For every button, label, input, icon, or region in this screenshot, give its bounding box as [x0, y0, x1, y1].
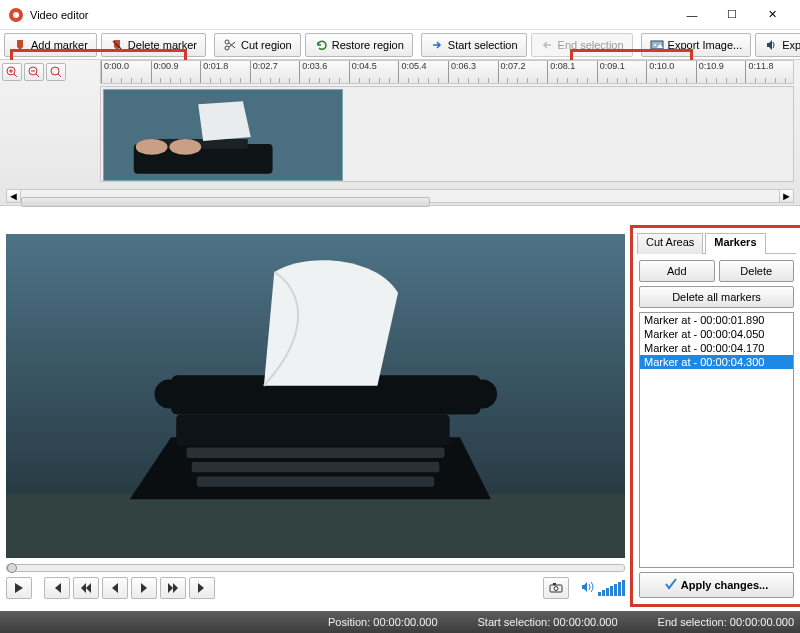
- tab-markers[interactable]: Markers: [705, 233, 765, 254]
- status-position-value: 00:00:00.000: [373, 616, 437, 628]
- timeline-scrollbar[interactable]: ◄ ►: [6, 189, 794, 203]
- side-panel: Cut Areas Markers Add Delete Delete all …: [632, 228, 800, 604]
- toolbar: Add marker Delete marker Cut region Rest…: [0, 30, 800, 60]
- status-end-value: 00:00:00.000: [730, 616, 794, 628]
- export-image-icon: [650, 38, 664, 52]
- marker-delete-button[interactable]: Delete: [719, 260, 795, 282]
- minimize-button[interactable]: —: [672, 1, 712, 29]
- timeline-track[interactable]: [100, 86, 794, 182]
- marker-add-icon: [13, 38, 27, 52]
- preview-video[interactable]: [6, 234, 625, 558]
- titlebar: Video editor — ☐ ✕: [0, 0, 800, 30]
- app-icon: [8, 7, 24, 23]
- marker-item[interactable]: Marker at - 00:00:04.300: [640, 355, 793, 369]
- ruler-tick: 0:09.1: [597, 61, 625, 83]
- ruler-tick: 0:04.5: [349, 61, 377, 83]
- svg-point-9: [51, 67, 59, 75]
- marker-add-button[interactable]: Add: [639, 260, 715, 282]
- arrow-left-icon: [540, 38, 554, 52]
- svg-point-1: [13, 12, 19, 18]
- close-button[interactable]: ✕: [752, 1, 792, 29]
- first-frame-button[interactable]: [44, 577, 70, 599]
- export-audio-button[interactable]: Export Audio...: [755, 33, 800, 57]
- ruler-tick: 0:10.9: [696, 61, 724, 83]
- zoom-out-button[interactable]: [24, 63, 44, 81]
- svg-rect-18: [187, 448, 445, 458]
- export-audio-icon: [764, 38, 778, 52]
- undo-icon: [314, 38, 328, 52]
- scroll-right-button[interactable]: ►: [779, 190, 793, 202]
- scroll-thumb[interactable]: [21, 197, 430, 207]
- status-start-value: 00:00:00.000: [553, 616, 617, 628]
- marker-item[interactable]: Marker at - 00:00:04.050: [640, 327, 793, 341]
- play-button[interactable]: [6, 577, 32, 599]
- svg-point-3: [225, 40, 229, 44]
- svg-rect-17: [176, 415, 449, 446]
- start-selection-button[interactable]: Start selection: [421, 33, 527, 57]
- restore-region-button[interactable]: Restore region: [305, 33, 413, 57]
- maximize-button[interactable]: ☐: [712, 1, 752, 29]
- zoom-in-button[interactable]: [2, 63, 22, 81]
- ruler-tick: 0:11.8: [745, 61, 773, 83]
- marker-item[interactable]: Marker at - 00:00:01.890: [640, 313, 793, 327]
- marker-delete-icon: [110, 38, 124, 52]
- ruler-tick: 0:10.0: [646, 61, 674, 83]
- fast-forward-button[interactable]: [160, 577, 186, 599]
- ruler-tick: 0:02.7: [250, 61, 278, 83]
- svg-point-13: [136, 139, 168, 155]
- marker-item[interactable]: Marker at - 00:00:04.170: [640, 341, 793, 355]
- step-forward-button[interactable]: [131, 577, 157, 599]
- timeline-ruler[interactable]: 0:00.00:00.90:01.80:02.70:03.60:04.50:05…: [100, 60, 794, 84]
- ruler-tick: 0:06.3: [448, 61, 476, 83]
- scroll-left-button[interactable]: ◄: [7, 190, 21, 202]
- svg-point-25: [554, 587, 558, 591]
- svg-point-22: [155, 379, 184, 408]
- last-frame-button[interactable]: [189, 577, 215, 599]
- ruler-tick: 0:05.4: [398, 61, 426, 83]
- ruler-tick: 0:01.8: [200, 61, 228, 83]
- status-bar: Position: 00:00:00.000 Start selection: …: [0, 611, 800, 633]
- svg-rect-19: [192, 462, 440, 472]
- seek-knob[interactable]: [7, 563, 17, 573]
- rewind-button[interactable]: [73, 577, 99, 599]
- svg-point-23: [468, 379, 497, 408]
- volume-level[interactable]: [598, 580, 625, 596]
- ruler-tick: 0:00.9: [151, 61, 179, 83]
- tab-cut-areas[interactable]: Cut Areas: [637, 233, 703, 254]
- window-title: Video editor: [30, 9, 672, 21]
- timeline: 0:00.00:00.90:01.80:02.70:03.60:04.50:05…: [0, 60, 800, 206]
- add-marker-button[interactable]: Add marker: [4, 33, 97, 57]
- apply-changes-button[interactable]: Apply changes...: [639, 572, 794, 598]
- playback-controls: [0, 572, 631, 604]
- step-back-button[interactable]: [102, 577, 128, 599]
- preview-pane: [0, 228, 632, 604]
- end-selection-button: End selection: [531, 33, 633, 57]
- svg-point-4: [225, 46, 229, 50]
- status-end-label: End selection:: [658, 616, 727, 628]
- ruler-tick: 0:03.6: [299, 61, 327, 83]
- ruler-tick: 0:07.2: [498, 61, 526, 83]
- marker-list[interactable]: Marker at - 00:00:01.890Marker at - 00:0…: [639, 312, 794, 568]
- svg-rect-16: [6, 494, 625, 558]
- cut-region-button[interactable]: Cut region: [214, 33, 301, 57]
- arrow-right-icon: [430, 38, 444, 52]
- svg-rect-26: [553, 583, 556, 585]
- svg-point-14: [169, 139, 201, 155]
- timeline-clip[interactable]: [103, 89, 343, 181]
- export-image-button[interactable]: Export Image...: [641, 33, 752, 57]
- ruler-tick: 0:08.1: [547, 61, 575, 83]
- zoom-tool-button[interactable]: [46, 63, 66, 81]
- seek-bar[interactable]: [6, 564, 625, 572]
- svg-point-6: [654, 44, 656, 46]
- delete-all-markers-button[interactable]: Delete all markers: [639, 286, 794, 308]
- ruler-tick: 0:00.0: [101, 61, 129, 83]
- delete-marker-button[interactable]: Delete marker: [101, 33, 206, 57]
- check-icon: [665, 578, 677, 592]
- status-start-label: Start selection:: [478, 616, 551, 628]
- snapshot-button[interactable]: [543, 577, 569, 599]
- svg-rect-20: [197, 476, 434, 486]
- volume-icon[interactable]: [581, 581, 595, 595]
- scissors-icon: [223, 38, 237, 52]
- status-position-label: Position:: [328, 616, 370, 628]
